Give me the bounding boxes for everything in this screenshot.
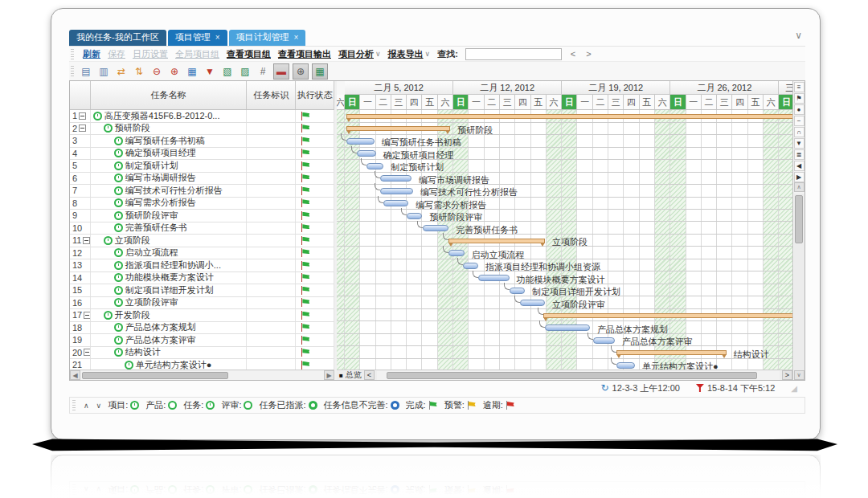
task-bar[interactable]: [520, 300, 545, 306]
task-bar[interactable]: [366, 163, 383, 169]
summary-bar[interactable]: [543, 313, 792, 318]
tab-close-icon[interactable]: ×: [215, 33, 220, 42]
scroll-left-icon[interactable]: ◀: [794, 161, 805, 171]
task-bar[interactable]: [593, 337, 615, 344]
task-bar[interactable]: [478, 275, 510, 281]
summary-bar[interactable]: [448, 239, 545, 243]
search-next-button[interactable]: >: [584, 49, 592, 59]
strip-filter-icon[interactable]: ▼: [794, 138, 805, 149]
gantt-scroll-left-icon[interactable]: <: [364, 370, 375, 380]
table-row[interactable]: 1高压变频器415F6.B-2012-0...: [70, 110, 334, 123]
task-bar[interactable]: [510, 288, 525, 294]
gantt-scroll-thumb[interactable]: [387, 372, 757, 379]
column-header-row[interactable]: [70, 81, 91, 109]
table-row[interactable]: 19产品总体方案评审: [70, 334, 334, 347]
crosshair-toggle-button[interactable]: ⊕: [293, 63, 309, 80]
printer-icon[interactable]: ▤: [79, 64, 93, 79]
table-scroll-thumb[interactable]: [82, 372, 228, 379]
table-row[interactable]: 15制定项目详细开发计划: [70, 284, 334, 297]
gantt-menu-icon[interactable]: ≡: [794, 82, 805, 92]
table-row[interactable]: 12启动立项流程: [70, 247, 334, 260]
table-scroll-left-icon[interactable]: ◀: [70, 370, 80, 380]
table-scroll-right-icon[interactable]: ▶: [324, 370, 334, 380]
menu-item-项目分析[interactable]: 项目分析∨: [338, 48, 381, 60]
table-row[interactable]: 6编写市场调研报告: [70, 173, 334, 186]
legend-collapse-down-icon[interactable]: ∨: [96, 402, 103, 410]
menu-item-查看项目输出[interactable]: 查看项目输出: [278, 48, 331, 60]
unassign-task-icon[interactable]: ⇅: [132, 64, 146, 79]
task-bar[interactable]: [357, 150, 375, 157]
menu-item-报表导出[interactable]: 报表导出∨: [388, 48, 431, 60]
gantt-scroll-track[interactable]: [377, 371, 780, 380]
tree-toggle-button[interactable]: ▦: [312, 63, 328, 80]
summary-bar[interactable]: [346, 126, 450, 131]
column-header-任务名称[interactable]: 任务名称: [91, 81, 247, 109]
tab-我的任务-我的工作区[interactable]: 我的任务-我的工作区: [69, 30, 166, 46]
table-row[interactable]: 17开发阶段: [70, 309, 334, 322]
table-row[interactable]: 5制定预研计划: [70, 160, 334, 173]
legend-grip[interactable]: [72, 400, 76, 410]
zoom-in-icon[interactable]: ⊕: [167, 64, 182, 79]
search-input[interactable]: [465, 48, 562, 60]
gantt-scroll-right-icon[interactable]: >: [782, 370, 792, 380]
column-header-执行状态[interactable]: 执行状态: [296, 81, 334, 109]
expand-collapse-icon[interactable]: [79, 112, 86, 120]
table-row[interactable]: 2预研阶段: [70, 123, 334, 136]
task-bar[interactable]: [346, 138, 375, 145]
toolbar-grip-2[interactable]: [71, 66, 74, 76]
assign-task-icon[interactable]: ⇄: [114, 64, 129, 79]
menu-item-查看项目组[interactable]: 查看项目组: [227, 48, 271, 60]
table-h-scrollbar[interactable]: ◀ ▶: [70, 369, 334, 380]
task-bar[interactable]: [383, 200, 408, 206]
task-bar[interactable]: [463, 263, 478, 269]
column-header-任务标识[interactable]: 任务标识: [247, 81, 296, 109]
gantt-v-scroll-thumb[interactable]: [795, 195, 803, 243]
arc-link-icon[interactable]: ∩: [794, 127, 805, 137]
scroll-up-icon[interactable]: ∧: [794, 182, 805, 192]
table-row[interactable]: 18产品总体方案规划: [70, 322, 334, 335]
expand-collapse-icon[interactable]: [83, 237, 90, 244]
summary-bar[interactable]: [346, 114, 792, 119]
table-row[interactable]: 10完善预研任务书: [70, 222, 334, 235]
expand-collapse-icon[interactable]: [84, 312, 91, 319]
tab-close-icon[interactable]: ×: [294, 33, 299, 42]
baseline-icon[interactable]: ▧: [220, 64, 235, 79]
table-row[interactable]: 13指派项目经理和协调小...: [70, 259, 334, 272]
table-row[interactable]: 4确定预研项目经理: [70, 148, 334, 161]
table-row[interactable]: 20结构设计: [70, 347, 334, 360]
calendar-grid-icon[interactable]: ▦: [185, 64, 199, 79]
gantt-v-scrollbar[interactable]: [794, 194, 805, 370]
expand-collapse-icon[interactable]: [84, 349, 91, 356]
table-scroll-track[interactable]: [80, 371, 324, 380]
toolbar-grip[interactable]: [71, 49, 74, 59]
expand-collapse-icon[interactable]: [79, 124, 86, 132]
zoom-out-icon[interactable]: ⊖: [149, 64, 164, 79]
scroll-down-icon[interactable]: ∨: [794, 370, 805, 380]
table-row[interactable]: 7编写技术可行性分析报告: [70, 185, 334, 198]
task-bar[interactable]: [407, 213, 422, 219]
task-bar[interactable]: [380, 188, 413, 194]
task-bar[interactable]: [423, 225, 449, 231]
dash-marker-icon[interactable]: −: [794, 116, 805, 126]
table-row[interactable]: 8编写需求分析报告: [70, 198, 334, 210]
scroll-right-icon[interactable]: ▶: [794, 172, 805, 182]
levels-icon[interactable]: ≣: [794, 149, 805, 160]
task-bar[interactable]: [616, 362, 635, 369]
table-row[interactable]: 9预研阶段评审: [70, 210, 334, 222]
tab-项目管理[interactable]: 项目管理×: [168, 30, 227, 46]
task-bar[interactable]: [448, 250, 464, 256]
table-row[interactable]: 11立项阶段: [70, 235, 334, 247]
tab-项目计划管理[interactable]: 项目计划管理×: [229, 30, 306, 46]
search-prev-button[interactable]: <: [569, 49, 577, 59]
menu-item-刷新[interactable]: 刷新: [83, 48, 100, 60]
legend-collapse-up-icon[interactable]: ∧: [83, 402, 90, 410]
dot-marker-icon[interactable]: ●: [794, 104, 805, 115]
bookmark-icon[interactable]: ⚑: [794, 93, 805, 104]
table-row[interactable]: 21单元结构方案设计●: [70, 359, 334, 369]
task-bar[interactable]: [545, 325, 590, 331]
task-bar[interactable]: [380, 175, 411, 182]
print-preview-icon[interactable]: ▥: [96, 64, 111, 79]
table-row[interactable]: 16立项阶段评审: [70, 297, 334, 310]
critical-path-icon[interactable]: ▨: [238, 64, 252, 79]
table-row[interactable]: 3编写预研任务书初稿: [70, 135, 334, 148]
